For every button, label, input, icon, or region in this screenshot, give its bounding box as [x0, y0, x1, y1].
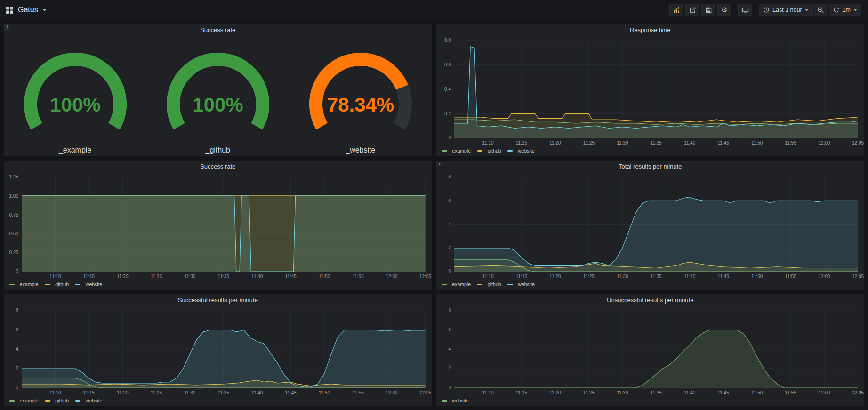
- legend-label: _github: [485, 148, 501, 153]
- x-axis-label: 11:55: [785, 140, 796, 145]
- chart-legend: _example_github_website: [4, 397, 432, 406]
- dashboard-title[interactable]: Gatus: [18, 6, 38, 14]
- refresh-caret-icon: [853, 9, 857, 11]
- response-time-chart[interactable]: 00.20.40.60.811:1011:1511:2011:2511:3011…: [436, 36, 865, 147]
- x-axis-label: 11:50: [751, 390, 763, 395]
- panel-response-time: Response time 00.20.40.60.811:1011:1511:…: [436, 24, 865, 156]
- time-range-picker-button[interactable]: Last 1 hour: [759, 4, 813, 16]
- legend-color-mark: [9, 400, 15, 402]
- share-button[interactable]: [685, 4, 699, 16]
- gauge-value-arc: [31, 59, 120, 127]
- gauge-value-text: 78.34%: [327, 94, 394, 116]
- x-axis-label: 11:35: [650, 274, 662, 279]
- x-axis-label: 11:20: [117, 390, 129, 395]
- legend-color-mark: [507, 150, 513, 152]
- x-axis-label: 11:35: [650, 140, 662, 145]
- legend-label: _website: [83, 398, 102, 403]
- legend-item-example[interactable]: _example: [9, 281, 39, 287]
- panel-title[interactable]: Successful results per minute: [4, 294, 432, 306]
- y-axis-label: 8: [16, 308, 18, 313]
- y-axis-label: 0: [448, 269, 451, 274]
- x-axis-label: 11:40: [684, 140, 696, 145]
- time-range-caret-icon: [805, 9, 809, 11]
- x-axis-label: 11:50: [319, 274, 330, 279]
- x-axis-label: 11:45: [717, 274, 729, 279]
- legend-item-example[interactable]: _example: [9, 398, 39, 403]
- panel-total-results-per-minute: i Total results per minute 0246811:1011:…: [436, 161, 865, 290]
- legend-item-website[interactable]: _website: [75, 281, 102, 287]
- gauge-website: 78.34% _website: [289, 51, 432, 154]
- legend-item-website[interactable]: _website: [507, 281, 534, 287]
- x-axis-label: 11:25: [583, 274, 595, 279]
- x-axis-label: 11:35: [218, 274, 230, 279]
- series-_website-area: [22, 330, 426, 388]
- legend-item-github[interactable]: _github: [45, 281, 69, 287]
- legend-label: _github: [53, 281, 69, 287]
- y-axis-label: 4: [448, 222, 451, 227]
- refresh-picker-button[interactable]: 1m: [829, 4, 861, 16]
- x-axis-label: 11:30: [184, 390, 196, 395]
- x-axis-label: 12:00: [386, 390, 398, 395]
- legend-item-website[interactable]: _website: [507, 148, 534, 153]
- x-axis-label: 11:15: [83, 390, 95, 395]
- settings-button[interactable]: ⚙: [717, 4, 731, 16]
- panel-title[interactable]: Response time: [436, 24, 865, 36]
- x-axis-label: 11:20: [117, 274, 129, 279]
- legend-item-example[interactable]: _example: [442, 281, 471, 287]
- success-rate-chart[interactable]: 00.250.500.751.001.2511:1011:1511:2011:2…: [4, 173, 432, 281]
- legend-item-website[interactable]: _website: [75, 398, 102, 403]
- panel-info-icon[interactable]: i: [436, 161, 443, 167]
- legend-item-github[interactable]: _github: [45, 398, 69, 403]
- legend-item-github[interactable]: _github: [477, 148, 501, 153]
- total-results-chart[interactable]: 0246811:1011:1511:2011:2511:3011:3511:40…: [436, 173, 865, 281]
- dashboards-grid-icon[interactable]: [6, 6, 14, 14]
- zoom-out-button[interactable]: [814, 4, 828, 16]
- panel-title[interactable]: Success rate: [4, 161, 432, 173]
- y-axis-label: 0.6: [444, 62, 451, 67]
- y-axis-label: 2: [448, 245, 451, 250]
- x-axis-label: 11:30: [617, 140, 628, 145]
- legend-label: _example: [17, 281, 39, 287]
- legend-color-mark: [442, 400, 447, 402]
- panel-title[interactable]: Unsuccessful results per minute: [436, 294, 865, 306]
- x-axis-label: 11:55: [352, 390, 364, 395]
- x-axis-label: 11:20: [549, 274, 561, 279]
- x-axis-label: 12:00: [386, 274, 398, 279]
- chart-legend: _example_github_website: [4, 281, 432, 290]
- x-axis-label: 11:45: [285, 274, 297, 279]
- x-axis-label: 11:55: [785, 274, 796, 279]
- panel-info-icon[interactable]: i: [4, 24, 10, 31]
- y-axis-label: 8: [448, 308, 451, 313]
- x-axis-label: 12:05: [419, 274, 431, 279]
- successful-results-chart[interactable]: 0246811:1011:1511:2011:2511:3011:3511:40…: [4, 306, 432, 397]
- x-axis-label: 11:45: [717, 390, 729, 395]
- x-axis-label: 11:25: [151, 390, 162, 395]
- gauge-row: 100% _example 100% _github 78.34% _websi…: [4, 36, 432, 156]
- x-axis-label: 11:10: [482, 274, 494, 279]
- legend-label: _github: [53, 398, 69, 403]
- panel-title[interactable]: Total results per minute: [436, 161, 865, 173]
- panel-unsuccessful-results-per-minute: Unsuccessful results per minute 0246811:…: [436, 294, 865, 406]
- unsuccessful-results-chart[interactable]: 0246811:1011:1511:2011:2511:3011:3511:40…: [436, 306, 865, 397]
- x-axis-label: 11:15: [515, 390, 527, 395]
- x-axis-label: 12:05: [852, 274, 864, 279]
- add-panel-button[interactable]: [669, 4, 683, 16]
- gauge-example: 100% _example: [4, 51, 146, 154]
- legend-item-github[interactable]: _github: [477, 281, 501, 287]
- chart-legend: _example_github_website: [436, 281, 865, 290]
- legend-label: _example: [450, 148, 471, 153]
- panel-title[interactable]: Success rate: [4, 24, 432, 36]
- x-axis-label: 11:40: [251, 274, 263, 279]
- navbar: Gatus: [0, 0, 868, 20]
- tv-mode-button[interactable]: [738, 4, 752, 16]
- save-button[interactable]: [701, 4, 715, 16]
- legend-item-example[interactable]: _example: [442, 148, 471, 153]
- legend-color-mark: [477, 150, 482, 152]
- zoom-out-icon: [817, 7, 824, 14]
- y-axis-label: 0.2: [444, 111, 451, 116]
- legend-item-website[interactable]: _website: [442, 398, 469, 403]
- x-axis-label: 11:20: [549, 390, 561, 395]
- dashboard-dropdown-caret-icon[interactable]: [42, 9, 47, 11]
- y-axis-label: 4: [16, 346, 18, 352]
- legend-color-mark: [45, 400, 50, 402]
